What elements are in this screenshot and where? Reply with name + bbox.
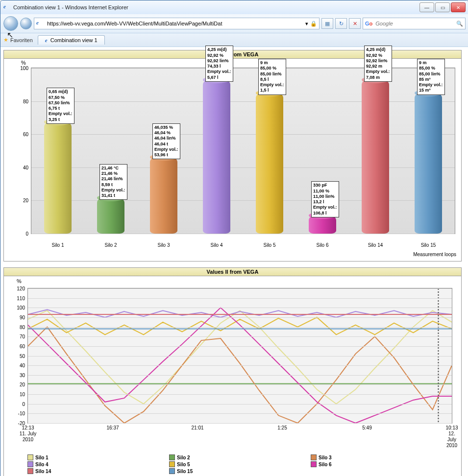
search-input[interactable] — [374, 20, 454, 27]
x-tick: Silo 5 — [263, 242, 275, 248]
y-tick: 40 — [17, 165, 28, 170]
legend-item: Silo 4 — [27, 461, 169, 467]
address-bar[interactable]: e ▾ 🔒 — [34, 18, 320, 29]
bar-chart-panel: Values II from VEGA % 0204060801000,65 m… — [3, 50, 462, 262]
legend-item: Silo 3 — [311, 454, 452, 460]
x-tick: Silo 4 — [210, 242, 222, 248]
legend-item: Silo 15 — [169, 468, 311, 474]
legend-label: Silo 3 — [319, 455, 332, 460]
line-y-tick: 120 — [11, 286, 25, 291]
nav-toolbar: e ▾ 🔒 ▦ ↻ ✕ Go 🔍 — [0, 14, 468, 33]
y-tick: 20 — [17, 198, 28, 203]
line-x-tick: 1:25 — [277, 425, 287, 431]
search-bar[interactable]: Go 🔍 — [363, 18, 466, 29]
x-tick: Silo 2 — [104, 242, 117, 248]
legend-label: Silo 1 — [35, 455, 49, 460]
legend-item: Silo 5 — [169, 461, 311, 467]
tabs-bar: ★ Favoriten e Combination view 1 — [0, 33, 468, 47]
back-button[interactable] — [3, 16, 18, 31]
x-tick: Silo 6 — [316, 242, 328, 248]
lock-icon: 🔒 — [310, 21, 317, 27]
line-y-tick: 80 — [11, 324, 25, 330]
google-icon: Go — [365, 21, 372, 26]
line-y-tick: 90 — [11, 314, 25, 320]
line-y-tick: 70 — [11, 334, 25, 339]
x-tick: Silo 15 — [421, 242, 436, 248]
line-x-tick: 5:49 — [362, 425, 371, 431]
data-label: 9 m 85,00 % 85,00 lin% 8,5 l Empty vol.:… — [258, 59, 286, 95]
titlebar: e Combination view 1 - Windows Internet … — [0, 0, 468, 14]
legend-label: Silo 15 — [177, 469, 193, 474]
legend-swatch — [27, 454, 33, 460]
legend-swatch — [27, 461, 33, 467]
line-x-tick: 21:01 — [191, 425, 203, 431]
legend-label: Silo 6 — [319, 462, 332, 467]
url-input[interactable] — [46, 20, 303, 27]
data-label: 4,25 m(d) 92,92 % 92,92 lin% 92,92 m Emp… — [364, 46, 392, 82]
line-x-tick: 16:37 — [106, 425, 119, 431]
bar-chart: % 0204060801000,65 m(d) 67,50 % 67,50 li… — [4, 59, 461, 261]
legend-swatch — [169, 454, 175, 460]
star-icon: ★ — [3, 37, 8, 43]
line-y-tick: 0 — [11, 401, 25, 406]
tab-label: Combination view 1 — [50, 37, 98, 43]
stop-button[interactable]: ✕ — [349, 18, 361, 29]
line-y-tick: 10 — [11, 392, 25, 397]
line-y-tick: 100 — [11, 305, 25, 310]
browser-window: ↖ e Combination view 1 - Windows Interne… — [0, 0, 468, 476]
minimize-button[interactable]: — — [419, 2, 434, 12]
x-axis-title: Measurement loops — [413, 252, 456, 257]
data-label: 330 pF 11,00 % 11,00 lin% 13,2 l Empty v… — [311, 181, 339, 217]
legend-label: Silo 4 — [35, 462, 49, 467]
favorites-button[interactable]: ★ Favoriten — [3, 37, 33, 43]
line-x-tick: 12:1311. July2010 — [20, 425, 36, 443]
x-tick: Silo 3 — [157, 242, 170, 248]
line-y-tick: 60 — [11, 343, 25, 349]
y-axis-unit: % — [21, 60, 26, 66]
legend: Silo 1Silo 2Silo 3Silo 4Silo 5Silo 6Silo… — [27, 454, 452, 474]
maximize-button[interactable]: ▭ — [435, 2, 450, 12]
line-y-unit: % — [17, 278, 22, 284]
ie-icon: e — [3, 3, 11, 11]
legend-swatch — [169, 461, 175, 467]
legend-item: Silo 6 — [311, 461, 452, 467]
tab-icon: e — [45, 37, 48, 43]
x-tick: Silo 1 — [51, 242, 64, 248]
x-tick: Silo 14 — [368, 242, 383, 248]
search-go-icon[interactable]: 🔍 — [456, 21, 463, 27]
tab-combination-view[interactable]: e Combination view 1 — [38, 35, 105, 45]
dropdown-icon[interactable]: ▾ — [305, 21, 308, 27]
data-label: 21,46 °C 21,46 % 21,46 lin% 8,59 t Empty… — [99, 164, 127, 200]
line-y-tick: 30 — [11, 372, 25, 378]
legend-item: Silo 2 — [169, 454, 311, 460]
legend-item: Silo 14 — [27, 468, 169, 474]
refresh-button[interactable]: ↻ — [335, 18, 347, 29]
y-tick: 0 — [17, 231, 28, 237]
forward-button[interactable] — [20, 18, 32, 29]
y-tick: 80 — [17, 98, 28, 104]
line-y-tick: 110 — [11, 295, 25, 301]
y-tick: 60 — [17, 132, 28, 137]
line-y-tick: 40 — [11, 363, 25, 368]
y-tick: 100 — [17, 66, 28, 71]
favorites-label: Favoriten — [10, 37, 33, 43]
legend-label: Silo 2 — [177, 455, 190, 460]
line-y-tick: 50 — [11, 353, 25, 358]
legend-swatch — [311, 461, 317, 467]
legend-item: Silo 1 — [27, 454, 169, 460]
data-label: 46,035 % 46,04 % 46,04 lin% 46,04 t Empt… — [152, 123, 180, 160]
series-silo-5 — [28, 317, 452, 334]
data-label: 9 m 85,00 % 85,00 lin% 85 m³ Empty vol.:… — [417, 59, 445, 95]
legend-swatch — [169, 468, 175, 474]
line-chart-panel: Values II from VEGA % -20-10010203040506… — [3, 267, 462, 476]
window-title: Combination view 1 - Windows Internet Ex… — [13, 4, 419, 10]
line-x-tick: 10:1312. July2010 — [445, 425, 458, 449]
line-panel-title: Values II from VEGA — [4, 268, 461, 276]
close-button[interactable]: ✕ — [451, 2, 466, 12]
line-y-tick: -10 — [11, 411, 25, 416]
compat-button[interactable]: ▦ — [321, 18, 333, 29]
page-content: Values II from VEGA % 0204060801000,65 m… — [0, 47, 468, 476]
page-icon: e — [36, 20, 44, 27]
line-y-tick: 20 — [11, 382, 25, 387]
data-label: 4,25 m(d) 92,92 % 92,92 lin% 74,33 l Emp… — [205, 46, 233, 82]
